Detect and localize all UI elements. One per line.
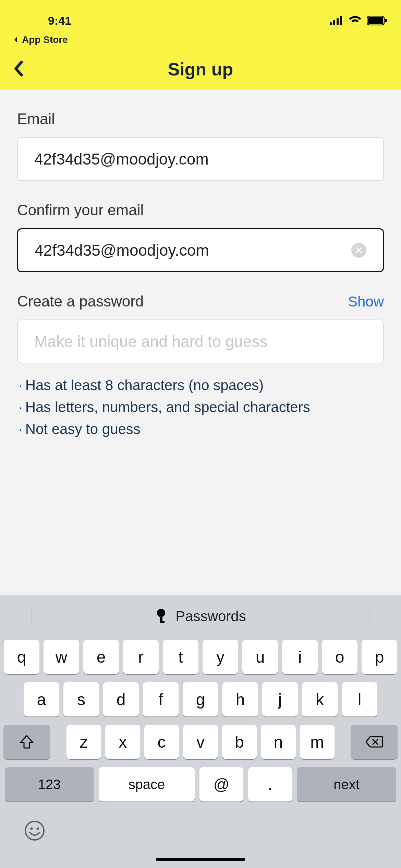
keyboard: Passwords q w e r t y u i o p a s d f g … xyxy=(0,595,401,868)
key-y[interactable]: y xyxy=(203,640,238,674)
close-icon xyxy=(356,247,362,253)
backspace-icon xyxy=(365,735,383,748)
home-indicator[interactable] xyxy=(156,858,245,861)
key-x[interactable]: x xyxy=(105,725,140,759)
svg-rect-9 xyxy=(160,621,165,623)
keyboard-row-2: a s d f g h j k l xyxy=(3,682,398,716)
key-c[interactable]: c xyxy=(144,725,179,759)
key-k[interactable]: k xyxy=(302,682,338,716)
status-bar: 9:41 xyxy=(0,0,401,34)
key-r[interactable]: r xyxy=(123,640,159,674)
key-h[interactable]: h xyxy=(222,682,258,716)
cellular-icon xyxy=(330,16,343,25)
status-time: 9:41 xyxy=(14,14,71,27)
keyboard-row-4: 123 space @ . next xyxy=(3,767,398,801)
wifi-icon xyxy=(348,16,362,25)
svg-rect-6 xyxy=(385,19,387,22)
confirm-email-value: 42f34d35@moodjoy.com xyxy=(35,241,351,260)
key-o[interactable]: o xyxy=(322,640,357,674)
back-to-appstore[interactable]: App Store xyxy=(0,34,401,49)
svg-point-10 xyxy=(25,821,44,840)
svg-point-11 xyxy=(31,828,33,830)
battery-icon xyxy=(367,16,387,25)
password-label: Create a password xyxy=(17,293,144,310)
numbers-key[interactable]: 123 xyxy=(5,767,94,801)
shift-key[interactable] xyxy=(3,725,50,759)
caret-left-icon xyxy=(13,36,19,44)
key-f[interactable]: f xyxy=(143,682,179,716)
key-d[interactable]: d xyxy=(103,682,139,716)
passwords-suggestion: Passwords xyxy=(175,608,246,625)
key-p[interactable]: p xyxy=(362,640,397,674)
svg-rect-2 xyxy=(337,18,339,25)
space-key[interactable]: space xyxy=(99,767,195,801)
confirm-email-group: Confirm your email 42f34d35@moodjoy.com xyxy=(17,202,384,272)
confirm-email-label: Confirm your email xyxy=(17,202,384,219)
key-w[interactable]: w xyxy=(44,640,79,674)
email-label: Email xyxy=(17,110,384,128)
svg-point-12 xyxy=(37,828,39,830)
keyboard-suggestion-bar[interactable]: Passwords xyxy=(0,599,401,634)
svg-rect-0 xyxy=(330,22,332,25)
key-i[interactable]: i xyxy=(282,640,318,674)
chevron-left-icon xyxy=(13,61,24,76)
password-rules: ·Has at least 8 characters (no spaces) ·… xyxy=(17,374,384,440)
shift-icon xyxy=(19,734,34,749)
email-group: Email 42f34d35@moodjoy.com xyxy=(17,110,384,181)
key-j[interactable]: j xyxy=(262,682,298,716)
clear-button[interactable] xyxy=(351,243,366,258)
password-group: Create a password Show Make it unique an… xyxy=(17,293,384,440)
emoji-icon xyxy=(24,820,45,841)
svg-rect-1 xyxy=(333,20,335,25)
signup-form: Email 42f34d35@moodjoy.com Confirm your … xyxy=(0,90,401,440)
password-field[interactable]: Make it unique and hard to guess xyxy=(17,320,384,363)
show-password-link[interactable]: Show xyxy=(348,293,384,310)
rule-item: ·Has at least 8 characters (no spaces) xyxy=(18,374,384,396)
key-z[interactable]: z xyxy=(66,725,101,759)
email-field[interactable]: 42f34d35@moodjoy.com xyxy=(17,137,384,181)
at-key[interactable]: @ xyxy=(199,767,243,801)
key-g[interactable]: g xyxy=(183,682,218,716)
rule-item: ·Not easy to guess xyxy=(18,418,384,440)
emoji-key[interactable] xyxy=(24,820,45,843)
key-t[interactable]: t xyxy=(163,640,198,674)
nav-bar: Sign up xyxy=(0,49,401,90)
keyboard-row-1: q w e r t y u i o p xyxy=(3,640,398,674)
next-key[interactable]: next xyxy=(297,767,396,801)
key-v[interactable]: v xyxy=(183,725,218,759)
key-a[interactable]: a xyxy=(24,682,59,716)
backspace-key[interactable] xyxy=(351,725,398,759)
password-placeholder: Make it unique and hard to guess xyxy=(34,332,267,351)
key-b[interactable]: b xyxy=(222,725,257,759)
page-title: Sign up xyxy=(0,59,401,80)
dot-key[interactable]: . xyxy=(248,767,292,801)
key-q[interactable]: q xyxy=(4,640,39,674)
key-n[interactable]: n xyxy=(261,725,295,759)
key-e[interactable]: e xyxy=(83,640,119,674)
back-button[interactable] xyxy=(13,61,24,78)
status-icons xyxy=(330,16,387,25)
confirm-email-field[interactable]: 42f34d35@moodjoy.com xyxy=(17,228,384,272)
key-m[interactable]: m xyxy=(300,725,335,759)
key-s[interactable]: s xyxy=(63,682,99,716)
key-l[interactable]: l xyxy=(342,682,377,716)
email-value: 42f34d35@moodjoy.com xyxy=(34,150,367,168)
keyboard-row-3: z x c v b n m xyxy=(3,725,398,759)
svg-rect-5 xyxy=(368,17,383,24)
svg-rect-3 xyxy=(340,16,342,25)
key-u[interactable]: u xyxy=(242,640,278,674)
back-appstore-label: App Store xyxy=(22,34,68,45)
rule-item: ·Has letters, numbers, and special chara… xyxy=(18,396,384,418)
key-icon xyxy=(155,608,167,625)
